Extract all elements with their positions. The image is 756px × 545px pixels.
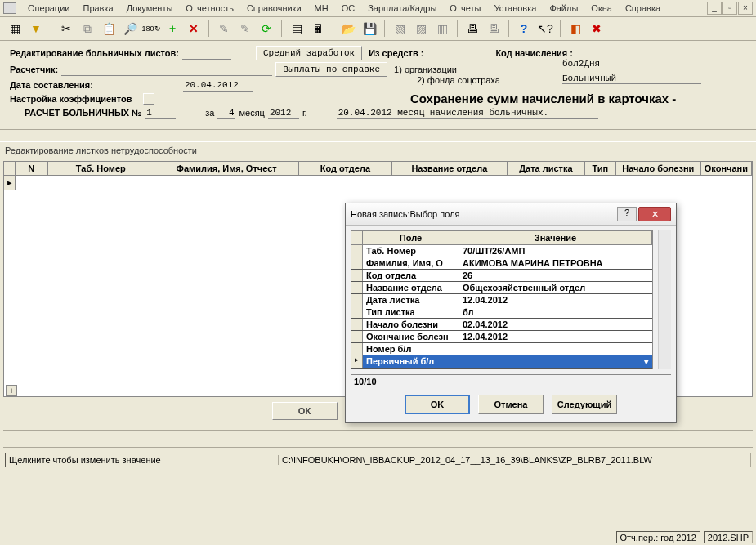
col-header[interactable]: Код отдела [299,162,391,175]
date-input[interactable] [183,78,253,92]
find-icon[interactable]: 🔎 [122,20,138,37]
dialog-row[interactable]: Начало болезни02.04.2012 [351,319,652,331]
remark-input[interactable] [337,106,598,119]
doc-icon[interactable]: ▧ [391,20,408,37]
za-label: за [205,108,214,118]
dialog-next-button[interactable]: Следующий [552,395,617,414]
coef-box[interactable] [143,93,154,105]
minimize-button[interactable]: _ [707,2,722,15]
menu-item[interactable]: ОС [335,2,362,15]
dialog-row[interactable]: Название отделаОбщехозяйственный отдел [351,282,652,294]
close-button[interactable]: × [738,2,753,15]
menu-item[interactable]: Установка [487,2,543,15]
dialog-titlebar[interactable]: Новая запись:Выбор поля ? ✕ [346,203,676,226]
edit-icon[interactable]: ✎ [237,20,253,37]
reload-icon[interactable]: ⟳ [258,20,275,37]
menu-item[interactable]: Документы [120,2,180,15]
pointer-icon[interactable]: ↖? [537,20,553,37]
print-icon[interactable]: 🖶 [464,20,481,37]
restore-button[interactable]: ▫ [722,2,737,15]
month-input[interactable] [217,106,235,119]
avg-earnings-button[interactable]: Средний заработок [256,46,362,60]
dialog-ok-button[interactable]: OK [405,395,470,414]
delete-icon[interactable]: ✕ [186,20,202,37]
status-bar-2: Отч.пер.: год 2012 2012.SHP [0,529,756,545]
cut-icon[interactable]: ✂ [58,20,74,37]
status-hint: Щелкните чтобы изменить значение [9,455,279,465]
doc3-icon[interactable]: ▥ [434,20,450,37]
grid-icon[interactable]: ▦ [7,20,23,37]
dialog-row[interactable]: Фамилия, Имя, ОАКИМОВА МАРИНА ПЕТРОВНА [351,257,652,270]
dialog-field-value[interactable]: 26 [459,270,652,281]
dialog-field-value[interactable]: Общехозяйственный отдел [459,282,652,293]
dialog-row[interactable]: Окончание болезн12.04.2012 [351,331,652,343]
menu-item[interactable]: Окна [584,2,619,15]
row-marker[interactable]: ▸ [4,176,16,190]
title-input[interactable] [182,47,231,60]
menu-item[interactable]: Отчеты [443,2,487,15]
menu-item[interactable]: Правка [76,2,119,15]
dialog-field-value[interactable]: бл [459,306,652,318]
calc-no-input[interactable] [145,106,176,119]
menu-item[interactable]: Отчетность [179,2,240,15]
dialog-field-value[interactable]: 70/ШТ/26/АМП [459,245,652,257]
filter-icon[interactable]: ▼ [28,20,44,37]
dialog-row[interactable]: Таб. Номер70/ШТ/26/АМП [351,245,652,257]
ok-button[interactable]: ОК [272,402,338,420]
open-icon[interactable]: 📂 [340,20,356,37]
dialog-field-value[interactable]: ▾ [459,355,652,368]
dialog-field-value[interactable]: 12.04.2012 [459,294,652,306]
save-icon[interactable]: 💾 [361,20,378,37]
dialog-row[interactable]: Номер б/л [351,343,652,355]
dialog-scrollbar[interactable] [658,230,671,369]
col-header[interactable]: Таб. Номер [48,162,154,175]
code-value-1[interactable]: бол2Дня [562,59,701,69]
dialog-field-value[interactable]: 12.04.2012 [459,331,652,342]
payer-input[interactable] [61,63,272,76]
dialog-field-value[interactable] [459,343,652,355]
menu-item[interactable]: Зарплата/Кадры [361,2,443,15]
menu-item[interactable]: Операции [21,2,76,15]
add-icon[interactable]: + [164,20,181,37]
dialog-close-button[interactable]: ✕ [638,207,671,221]
menu-item[interactable]: Файлы [543,2,584,15]
col-header[interactable]: Название отдела [392,162,508,175]
dialog-row[interactable]: Первичный б/л▾ [351,355,652,369]
dialog-field-value[interactable]: АКИМОВА МАРИНА ПЕТРОВНА [459,257,652,269]
app2-icon[interactable]: ✖ [588,20,605,37]
year-input[interactable] [268,106,299,119]
col-header[interactable]: Тип [585,162,616,175]
doc2-icon[interactable]: ▨ [413,20,429,37]
code-value-2[interactable]: Больничный [562,74,701,84]
dialog-cancel-button[interactable]: Отмена [478,395,544,414]
dialog-col-field[interactable]: Поле [363,231,459,244]
col-header[interactable]: Фамилия, Имя, Отчест [154,162,299,175]
dialog-row[interactable]: Тип листкабл [351,306,652,319]
wand-icon[interactable]: ✎ [216,20,232,37]
dialog-help-button[interactable]: ? [617,207,637,221]
payments-button[interactable]: Выплаты по справке [275,62,387,77]
add-row-button[interactable]: + [6,385,17,396]
print2-icon[interactable]: 🖶 [485,20,502,37]
col-header[interactable]: Дата листка [508,162,585,175]
menu-item[interactable]: Справка [619,2,667,15]
table-icon[interactable]: ▤ [289,20,305,37]
app-icon [3,2,16,14]
month-label: месяц [239,108,264,118]
dialog-field-value[interactable]: 02.04.2012 [459,319,652,330]
menu-item[interactable]: Справочники [240,2,308,15]
dialog-row[interactable]: Дата листка12.04.2012 [351,294,652,306]
col-header[interactable]: Начало болезни [616,162,701,175]
copy-icon[interactable]: ⧉ [79,20,96,37]
col-header[interactable]: Окончани [701,162,752,175]
date-label: Дата составления: [10,80,93,90]
menu-item[interactable]: МН [308,2,335,15]
dialog-col-value[interactable]: Значение [459,231,652,244]
refresh-icon[interactable]: 180↻ [143,20,159,37]
app1-icon[interactable]: ◧ [567,20,584,37]
paste-icon[interactable]: 📋 [101,20,117,37]
col-header[interactable]: N [16,162,48,175]
dialog-row[interactable]: Код отдела26 [351,270,652,282]
calc-icon[interactable]: 🖩 [310,20,326,37]
help-icon[interactable]: ? [516,20,532,37]
